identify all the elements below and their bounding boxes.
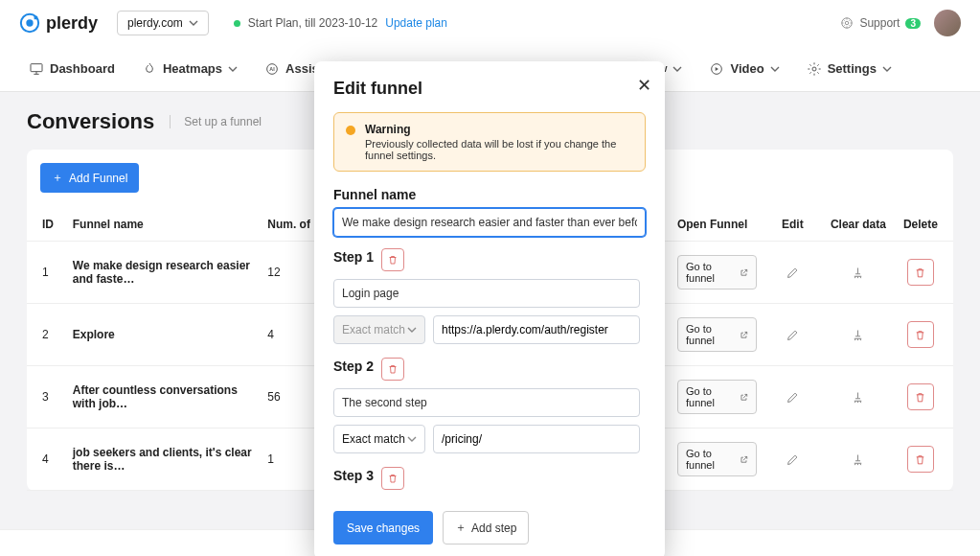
broom-icon <box>851 390 865 405</box>
add-funnel-button[interactable]: ＋ Add Funnel <box>40 163 139 193</box>
page-title: Conversions <box>27 109 154 134</box>
delete-step-button[interactable] <box>381 467 404 490</box>
cell-name: job seekers and clients, it's clear ther… <box>65 429 261 491</box>
edit-button[interactable] <box>779 259 806 286</box>
clear-data-button[interactable] <box>845 321 872 348</box>
pencil-icon <box>786 328 800 342</box>
step-name-input[interactable] <box>333 388 640 417</box>
user-avatar[interactable] <box>934 10 961 36</box>
broom-icon <box>851 328 865 342</box>
match-type-select[interactable]: Exact match <box>333 315 425 344</box>
clear-data-button[interactable] <box>845 446 872 473</box>
step-url-input[interactable] <box>433 425 640 453</box>
trash-icon <box>914 266 926 279</box>
go-to-funnel-button[interactable]: Go to funnel <box>677 255 757 290</box>
delete-step-button[interactable] <box>381 358 404 381</box>
trash-icon <box>387 473 399 484</box>
monitor-icon <box>29 61 44 77</box>
plerdy-icon <box>19 12 40 34</box>
cell-name: Explore <box>65 304 261 366</box>
chevron-down-icon <box>882 64 892 74</box>
edit-button[interactable] <box>779 321 806 348</box>
delete-button[interactable] <box>907 259 934 286</box>
warning-title: Warning <box>365 123 633 136</box>
delete-button[interactable] <box>907 321 934 348</box>
nav-video[interactable]: Video <box>709 61 779 77</box>
save-button[interactable]: Save changes <box>333 511 433 544</box>
add-step-button[interactable]: ＋ Add step <box>443 511 529 544</box>
step-url-input[interactable] <box>433 315 640 344</box>
cell-name: After countless conversations with job… <box>65 366 261 429</box>
funnel-step: Step 3 <box>333 467 640 490</box>
support-label: Support <box>859 16 900 30</box>
pencil-icon <box>786 266 800 280</box>
clear-data-button[interactable] <box>845 383 872 410</box>
broom-icon <box>851 266 865 280</box>
support-icon <box>840 16 854 30</box>
svg-point-1 <box>26 19 33 26</box>
trash-icon <box>914 391 926 404</box>
trash-icon <box>914 329 926 341</box>
support-badge: 3 <box>905 18 921 29</box>
fire-icon <box>142 61 157 77</box>
page-subtitle: Set up a funnel <box>170 115 262 128</box>
ai-icon: AI <box>264 61 280 77</box>
close-button[interactable]: ✕ <box>637 75 651 96</box>
go-to-funnel-button[interactable]: Go to funnel <box>677 317 757 352</box>
warning-box: Warning Previously collected data will b… <box>333 112 646 172</box>
th-edit: Edit <box>764 208 821 242</box>
step-title: Step 1 <box>333 249 374 265</box>
chevron-down-icon <box>407 434 417 444</box>
svg-rect-2 <box>34 16 38 20</box>
th-name: Funnel name <box>65 208 261 242</box>
topbar: plerdy plerdy.com Start Plan, till 2023-… <box>0 0 980 46</box>
broom-icon <box>851 452 865 467</box>
external-link-icon <box>740 330 748 340</box>
support-link[interactable]: Support 3 <box>840 16 921 30</box>
delete-button[interactable] <box>907 383 934 410</box>
svg-point-9 <box>812 67 816 71</box>
trash-icon <box>914 453 926 466</box>
video-icon <box>709 61 724 77</box>
match-type-select[interactable]: Exact match <box>333 425 425 453</box>
edit-button[interactable] <box>779 446 806 473</box>
status-dot <box>234 20 240 27</box>
site-selector-label: plerdy.com <box>127 16 183 30</box>
cell-id: 4 <box>27 429 65 491</box>
trash-icon <box>387 363 399 375</box>
step-title: Step 3 <box>333 468 374 483</box>
th-open: Open Funnel <box>670 208 764 242</box>
step-name-input[interactable] <box>333 279 640 308</box>
external-link-icon <box>740 392 748 403</box>
site-selector[interactable]: plerdy.com <box>117 11 209 35</box>
go-to-funnel-button[interactable]: Go to funnel <box>677 380 757 414</box>
funnel-name-input[interactable] <box>333 208 646 237</box>
pencil-icon <box>786 452 800 467</box>
nav-dashboard[interactable]: Dashboard <box>29 61 115 77</box>
go-to-funnel-button[interactable]: Go to funnel <box>677 442 757 476</box>
th-delete: Delete <box>896 208 953 242</box>
svg-rect-5 <box>31 63 42 71</box>
edit-button[interactable] <box>779 383 806 410</box>
warning-icon <box>346 126 355 135</box>
update-plan-link[interactable]: Update plan <box>385 16 447 30</box>
delete-button[interactable] <box>907 446 934 473</box>
chevron-down-icon <box>228 64 238 74</box>
svg-point-4 <box>846 21 850 25</box>
chevron-down-icon <box>672 64 682 74</box>
plan-info: Start Plan, till 2023-10-12 Update plan <box>234 16 447 30</box>
nav-settings[interactable]: Settings <box>807 61 892 77</box>
edit-funnel-modal: ✕ Edit funnel Warning Previously collect… <box>314 61 665 556</box>
funnel-step: Step 2 Exact match <box>333 358 640 453</box>
cell-id: 2 <box>27 304 65 366</box>
warning-text: Previously collected data will be lost i… <box>365 138 633 161</box>
svg-text:AI: AI <box>269 66 275 72</box>
pencil-icon <box>786 390 800 405</box>
gear-icon <box>807 61 822 77</box>
cell-id: 3 <box>27 366 65 429</box>
th-id: ID <box>27 208 65 242</box>
chevron-down-icon <box>770 64 780 74</box>
delete-step-button[interactable] <box>381 248 404 271</box>
clear-data-button[interactable] <box>845 259 872 286</box>
nav-heatmaps[interactable]: Heatmaps <box>142 61 238 77</box>
